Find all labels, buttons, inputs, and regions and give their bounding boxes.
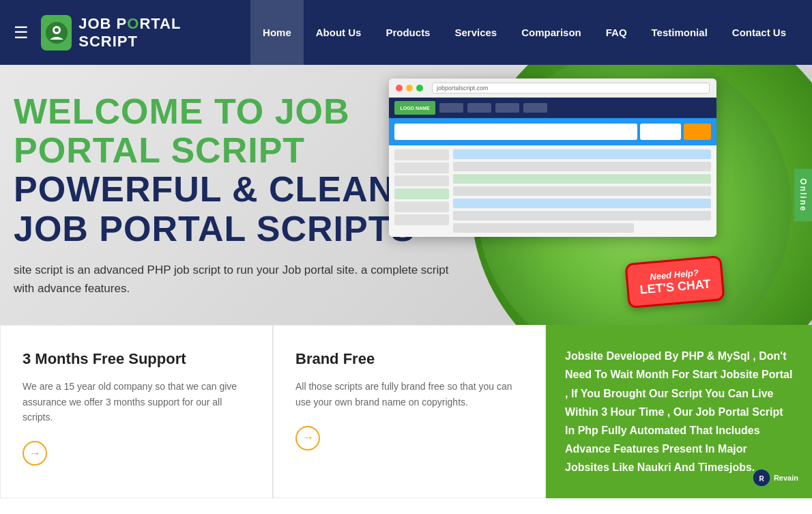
card-brand-arrow[interactable]: → bbox=[295, 426, 320, 451]
card-support-title: 3 Months Free Support bbox=[23, 350, 250, 368]
hero-subtitle: site script is an advanced PHP job scrip… bbox=[14, 261, 457, 298]
mockup-sidebar-item bbox=[394, 162, 449, 173]
browser-mockup: jobportalscript.com LOGO NAME bbox=[389, 78, 716, 237]
mockup-row bbox=[453, 211, 711, 220]
mockup-sidebar-item bbox=[394, 201, 449, 212]
mockup-sidebar-item bbox=[394, 214, 449, 225]
cards-section: 3 Months Free Support We are a 15 year o… bbox=[0, 325, 812, 498]
mockup-sidebar bbox=[394, 149, 449, 233]
mockup-search-bar bbox=[394, 124, 637, 140]
mockup-main bbox=[453, 149, 711, 233]
mockup-nav-1 bbox=[439, 103, 463, 113]
browser-bar: jobportalscript.com bbox=[389, 78, 716, 98]
mockup-logo: LOGO NAME bbox=[394, 101, 435, 115]
browser-dot-green bbox=[416, 85, 423, 91]
mockup-sidebar-item bbox=[394, 188, 449, 199]
nav-contact[interactable]: Contact Us bbox=[720, 0, 798, 65]
card-support-text: We are a 15 year old company so that we … bbox=[23, 379, 250, 425]
mockup-search-area bbox=[389, 118, 716, 145]
mockup-nav-4 bbox=[523, 103, 547, 113]
mockup-row bbox=[453, 199, 711, 208]
hamburger-menu[interactable]: ☰ bbox=[14, 23, 29, 42]
svg-text:R: R bbox=[759, 475, 764, 483]
nav-home[interactable]: Home bbox=[250, 0, 304, 65]
card-brand: Brand Free All those scripts are fully b… bbox=[273, 325, 546, 498]
online-badge: Online bbox=[794, 169, 812, 221]
mockup-nav-2 bbox=[467, 103, 491, 113]
mockup-row bbox=[453, 223, 634, 233]
logo-text: JOB PORTAL SCRIPT bbox=[78, 15, 223, 51]
nav-about[interactable]: About Us bbox=[304, 0, 374, 65]
green-info-card: Jobsite Developed By PHP & MySql , Don't… bbox=[546, 325, 812, 498]
mockup-row bbox=[453, 186, 711, 196]
svg-point-2 bbox=[55, 28, 59, 32]
card-support-arrow[interactable]: → bbox=[23, 441, 47, 466]
browser-dot-yellow bbox=[406, 85, 413, 91]
nav-products[interactable]: Products bbox=[373, 0, 442, 65]
mockup-header: LOGO NAME bbox=[389, 98, 716, 118]
mockup-nav-3 bbox=[495, 103, 519, 113]
mockup-sidebar-item bbox=[394, 149, 449, 160]
browser-url: jobportalscript.com bbox=[432, 83, 710, 94]
nav-menu: Home About Us Products Services Comparis… bbox=[250, 0, 798, 65]
hero-screenshot: jobportalscript.com LOGO NAME bbox=[389, 78, 716, 237]
green-card-text: Jobsite Developed By PHP & MySql , Don't… bbox=[565, 347, 793, 476]
need-help-badge[interactable]: Need Help? LET'S CHAT bbox=[624, 255, 725, 309]
nav-comparison[interactable]: Comparison bbox=[509, 0, 594, 65]
nav-faq[interactable]: FAQ bbox=[594, 0, 639, 65]
revain-badge: R Revain bbox=[752, 468, 798, 487]
card-brand-text: All those scripts are fully brand free s… bbox=[295, 379, 523, 410]
hero-section: WELCOME TO JOB PORTAL SCRIPT POWERFUL & … bbox=[0, 65, 812, 325]
browser-dot-red bbox=[396, 85, 403, 91]
mockup-row bbox=[453, 174, 711, 184]
nav-services[interactable]: Services bbox=[442, 0, 509, 65]
mockup-row bbox=[453, 162, 711, 171]
browser-content: LOGO NAME bbox=[389, 98, 716, 237]
logo[interactable]: JOB PORTAL SCRIPT bbox=[41, 15, 223, 51]
nav-testimonial[interactable]: Testimonial bbox=[639, 0, 720, 65]
mockup-body bbox=[389, 145, 716, 237]
revain-label: Revain bbox=[774, 474, 798, 482]
navbar: ☰ JOB PORTAL SCRIPT Home About Us Produc… bbox=[0, 0, 812, 65]
card-brand-title: Brand Free bbox=[295, 350, 523, 368]
card-support: 3 Months Free Support We are a 15 year o… bbox=[0, 325, 273, 498]
logo-icon bbox=[41, 15, 72, 51]
mockup-search-button bbox=[684, 124, 711, 140]
mockup-sidebar-item bbox=[394, 175, 449, 186]
mockup-row bbox=[453, 149, 711, 159]
mockup-search-bar-2 bbox=[640, 124, 681, 140]
